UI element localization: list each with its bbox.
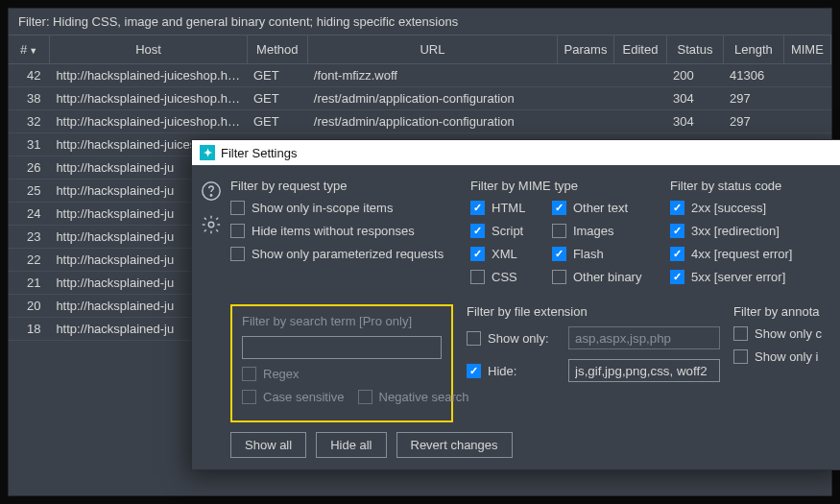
lbl-hide: Hide: [488,364,516,378]
chk-status-5xx[interactable]: 5xx [server error] [670,270,833,284]
chk-no-response[interactable]: Hide items without responses [230,224,453,238]
show-all-button[interactable]: Show all [230,432,306,458]
cell: 20 [9,295,50,317]
cell: http://hacksplained-juiceshop.h… [50,87,248,109]
cell: http://hacksplained-juiceshop.h… [50,64,248,86]
chk-annot-highlight[interactable]: Show only i [733,349,822,364]
col-header-edited[interactable]: Edited [614,36,667,63]
chk-regex: Regex [242,367,442,381]
chk-status-4xx[interactable]: 4xx [request error] [670,247,833,261]
col-header-method[interactable]: Method [248,36,308,63]
table-row[interactable]: 38http://hacksplained-juiceshop.h…GET/re… [9,87,831,110]
input-show-only-ext[interactable] [568,326,720,349]
col-header-host[interactable]: Host [50,36,248,63]
cell: 18 [9,318,50,340]
cell: 21 [9,272,50,294]
cell: 304 [667,110,724,132]
heading-request-type: Filter by request type [230,179,453,193]
heading-status: Filter by status code [670,179,833,193]
filter-summary-bar[interactable]: Filter: Hiding CSS, image and general bi… [9,9,831,36]
chk-annot-comments[interactable]: Show only c [733,326,822,341]
col-header-mime[interactable]: MIME [784,36,831,63]
app-icon: ✦ [200,145,215,160]
chk-status-2xx[interactable]: 2xx [success] [670,201,833,215]
help-icon[interactable] [201,180,222,204]
col-header-params[interactable]: Params [558,36,614,63]
table-header-row: #▼ Host Method URL Params Edited Status … [9,36,831,64]
cell: 32 [9,110,50,132]
chk-negative-search: Negative search [358,390,469,404]
dialog-titlebar[interactable]: ✦ Filter Settings [192,140,840,165]
cell [614,87,667,109]
chk-mime-flash[interactable]: Flash [552,247,653,261]
cell: http://hacksplained-juiceshop.h… [50,110,248,132]
cell [614,110,667,132]
cell: 22 [9,249,50,271]
chk-hide-ext[interactable] [467,364,481,378]
dialog-title-text: Filter Settings [221,146,297,160]
cell [614,64,667,86]
svg-point-2 [208,222,214,228]
col-header-num[interactable]: #▼ [9,36,50,63]
cell: 304 [667,87,724,109]
cell [784,87,831,109]
chk-mime-css[interactable]: CSS [470,270,537,284]
chk-mime-xml[interactable]: XML [470,247,537,261]
cell [558,110,614,132]
filter-settings-dialog: ✦ Filter Settings Filter by request type… [191,139,840,470]
cell: 38 [9,87,50,109]
chk-mime-otherbinary[interactable]: Other binary [552,270,653,284]
revert-changes-button[interactable]: Revert changes [396,432,513,458]
cell: /rest/admin/application-configuration [308,110,558,132]
heading-mime: Filter by MIME type [470,179,653,193]
chk-case-sensitive: Case sensitive [242,390,345,404]
search-term-group: Filter by search term [Pro only] Regex C… [230,304,453,422]
search-term-input [242,336,442,359]
cell [558,64,614,86]
input-hide-ext[interactable] [568,359,720,382]
cell: GET [248,64,308,86]
svg-point-1 [210,195,211,196]
cell: 24 [9,203,50,225]
chk-in-scope[interactable]: Show only in-scope items [230,201,453,215]
cell: 31 [9,133,50,156]
lbl-show-only: Show only: [488,331,549,346]
chk-status-3xx[interactable]: 3xx [redirection] [670,224,833,238]
heading-annotation: Filter by annota [733,304,822,319]
heading-search: Filter by search term [Pro only] [242,314,442,328]
chk-mime-script[interactable]: Script [470,224,537,238]
cell: 200 [667,64,724,86]
cell: 297 [724,110,784,132]
col-header-url[interactable]: URL [308,36,558,63]
heading-extension: Filter by file extension [467,304,720,319]
chk-mime-html[interactable]: HTML [470,201,537,215]
cell [784,110,831,132]
chk-mime-othertext[interactable]: Other text [552,201,653,215]
cell: 297 [724,87,784,109]
cell: 23 [9,226,50,248]
gear-icon[interactable] [201,214,222,238]
cell: 42 [9,64,50,86]
col-header-length[interactable]: Length [724,36,784,63]
cell [558,87,614,109]
table-row[interactable]: 42http://hacksplained-juiceshop.h…GET/fo… [9,64,831,87]
table-row[interactable]: 32http://hacksplained-juiceshop.h…GET/re… [9,110,831,133]
hide-all-button[interactable]: Hide all [316,432,386,458]
sort-desc-icon: ▼ [29,46,37,56]
proxy-history-panel: Filter: Hiding CSS, image and general bi… [8,8,832,496]
cell: /font-mfizz.woff [308,64,558,86]
chk-show-only-ext[interactable] [467,331,481,346]
cell: 25 [9,180,50,202]
cell: /rest/admin/application-configuration [308,87,558,109]
chk-param-only[interactable]: Show only parameterized requests [230,247,453,261]
cell: 41306 [724,64,784,86]
cell: GET [248,87,308,109]
cell: 26 [9,156,50,179]
col-header-status[interactable]: Status [667,36,724,63]
chk-mime-images[interactable]: Images [552,224,653,238]
cell: GET [248,110,308,132]
cell [784,64,831,86]
